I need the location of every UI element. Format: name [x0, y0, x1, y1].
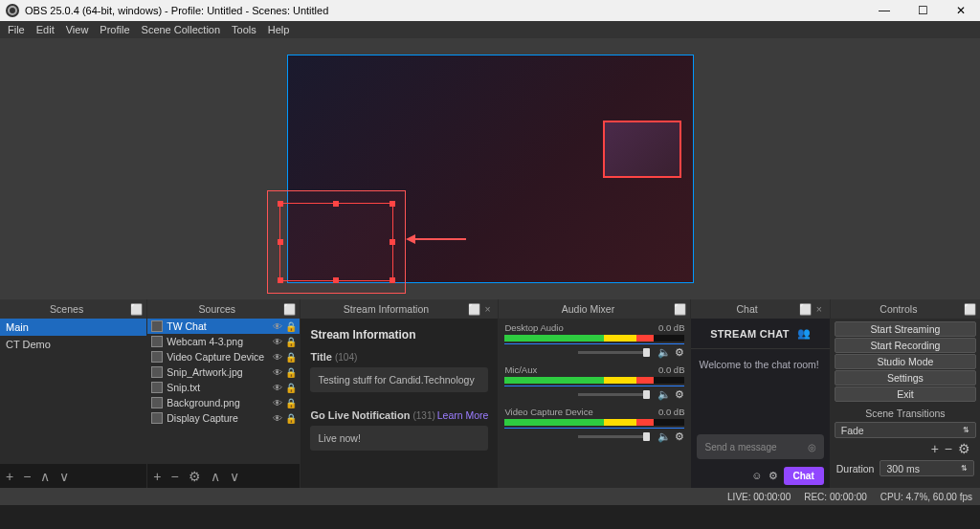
panel-float-icon[interactable]: ⬜	[963, 303, 976, 316]
source-item[interactable]: Snip.txt👁🔒	[147, 380, 300, 395]
lock-toggle-icon[interactable]: 🔒	[285, 352, 296, 363]
panel-float-icon[interactable]: ⬜	[673, 303, 686, 316]
source-item[interactable]: Background.png👁🔒	[147, 395, 300, 410]
panel-close-icon[interactable]: ×	[480, 303, 494, 315]
chat-send-button[interactable]: Chat	[784, 467, 824, 485]
lock-toggle-icon[interactable]: 🔒	[285, 413, 296, 424]
go-live-label: Go Live Notification	[310, 409, 410, 421]
volume-slider[interactable]	[578, 435, 650, 438]
menu-profile[interactable]: Profile	[100, 24, 129, 35]
bits-icon[interactable]: ☺	[751, 470, 762, 481]
selected-source-bounds[interactable]	[279, 203, 393, 281]
window-maximize-button[interactable]: ☐	[903, 0, 942, 21]
start-streaming-button[interactable]: Start Streaming	[835, 321, 976, 337]
speaker-icon[interactable]: 🔈	[657, 388, 671, 401]
scene-item[interactable]: Main	[0, 319, 146, 336]
visibility-toggle-icon[interactable]: 👁	[273, 352, 283, 363]
panel-close-icon[interactable]: ×	[813, 303, 826, 315]
source-item[interactable]: Snip_Artwork.jpg👁🔒	[147, 364, 300, 380]
source-move-up-button[interactable]: ∧	[211, 469, 220, 484]
gear-icon[interactable]: ⚙	[675, 346, 684, 359]
start-recording-button[interactable]: Start Recording	[835, 338, 976, 353]
learn-more-link[interactable]: Learn More	[437, 409, 489, 421]
resize-handle[interactable]	[333, 201, 339, 207]
lock-toggle-icon[interactable]: 🔒	[285, 337, 296, 347]
visibility-toggle-icon[interactable]: 👁	[273, 337, 283, 347]
resize-handle[interactable]	[390, 201, 395, 207]
transition-settings-button[interactable]: ⚙	[958, 441, 970, 456]
window-minimize-button[interactable]: —	[865, 0, 903, 21]
webcam-source-overlay[interactable]	[603, 121, 681, 178]
settings-button[interactable]: Settings	[835, 370, 976, 386]
add-source-button[interactable]: +	[153, 469, 161, 484]
lock-toggle-icon[interactable]: 🔒	[285, 321, 296, 332]
emote-icon[interactable]: ◎	[808, 442, 816, 452]
source-item[interactable]: Webcam 4-3.png👁🔒	[147, 334, 300, 349]
visibility-toggle-icon[interactable]: 👁	[273, 383, 283, 393]
stream-title-input[interactable]: Testing stuff for Candid.Technology	[310, 367, 488, 392]
resize-handle[interactable]	[278, 201, 283, 207]
lock-toggle-icon[interactable]: 🔒	[285, 383, 296, 393]
transition-select[interactable]: Fade ⇅	[835, 422, 976, 438]
lock-toggle-icon[interactable]: 🔒	[285, 398, 296, 408]
menu-edit[interactable]: Edit	[36, 24, 55, 35]
source-item[interactable]: Display Capture👁🔒	[147, 410, 300, 426]
preview-canvas[interactable]	[287, 55, 694, 283]
add-transition-button[interactable]: +	[931, 441, 939, 456]
remove-scene-button[interactable]: −	[23, 469, 31, 484]
window-titlebar: OBS 25.0.4 (64-bit, windows) - Profile: …	[0, 0, 980, 21]
menu-help[interactable]: Help	[268, 24, 290, 35]
mixer-channel: Desktop Audio0.0 dB🔈⚙	[504, 322, 684, 359]
source-item[interactable]: TW Chat👁🔒	[147, 319, 300, 334]
scene-item[interactable]: CT Demo	[0, 336, 146, 353]
source-name: Webcam 4-3.png	[167, 336, 269, 347]
panel-float-icon[interactable]: ⬜	[467, 303, 480, 316]
chat-settings-icon[interactable]: ⚙	[768, 470, 778, 482]
window-close-button[interactable]: ✕	[942, 0, 980, 21]
volume-slider[interactable]	[578, 351, 650, 354]
scene-move-down-button[interactable]: ∨	[59, 469, 69, 484]
gear-icon[interactable]: ⚙	[675, 388, 684, 401]
gear-icon[interactable]: ⚙	[675, 430, 684, 443]
chat-message-input[interactable]: Send a message ◎	[697, 434, 823, 459]
go-live-input[interactable]: Live now!	[310, 426, 488, 451]
visibility-toggle-icon[interactable]: 👁	[273, 413, 283, 424]
source-item[interactable]: Video Capture Device👁🔒	[147, 349, 300, 364]
menu-scene-collection[interactable]: Scene Collection	[142, 24, 221, 35]
remove-transition-button[interactable]: −	[945, 441, 952, 456]
source-move-down-button[interactable]: ∨	[230, 469, 239, 484]
panel-float-icon[interactable]: ⬜	[129, 303, 143, 316]
exit-button[interactable]: Exit	[835, 386, 976, 402]
status-bar: LIVE: 00:00:00 REC: 00:00:00 CPU: 4.7%, …	[0, 488, 980, 505]
speaker-icon[interactable]: 🔈	[657, 346, 671, 359]
resize-handle[interactable]	[278, 239, 283, 245]
resize-handle[interactable]	[333, 277, 339, 283]
speaker-icon[interactable]: 🔈	[657, 430, 671, 443]
remove-source-button[interactable]: −	[170, 469, 178, 484]
source-name: Background.png	[167, 397, 269, 408]
audio-meter	[504, 377, 684, 384]
resize-handle[interactable]	[278, 277, 283, 283]
menu-view[interactable]: View	[66, 24, 89, 35]
resize-handle[interactable]	[390, 239, 395, 245]
add-scene-button[interactable]: +	[6, 469, 13, 484]
volume-slider[interactable]	[578, 393, 650, 396]
visibility-toggle-icon[interactable]: 👁	[273, 321, 283, 332]
scene-move-up-button[interactable]: ∧	[40, 469, 50, 484]
duration-label: Duration	[836, 463, 875, 474]
visibility-toggle-icon[interactable]: 👁	[273, 367, 283, 378]
studio-mode-button[interactable]: Studio Mode	[835, 354, 976, 369]
panel-float-icon[interactable]: ⬜	[282, 303, 296, 316]
menu-tools[interactable]: Tools	[232, 24, 256, 35]
visibility-toggle-icon[interactable]: 👁	[273, 398, 283, 408]
panel-float-icon[interactable]: ⬜	[799, 303, 813, 316]
menu-file[interactable]: File	[8, 24, 25, 35]
source-properties-button[interactable]: ⚙	[189, 469, 201, 484]
duration-input[interactable]: 300 ms ⇅	[880, 460, 974, 476]
controls-panel-title: Controls	[835, 303, 963, 315]
channel-db: 0.0 dB	[658, 322, 684, 333]
lock-toggle-icon[interactable]: 🔒	[285, 367, 296, 378]
users-icon[interactable]: 👥	[797, 327, 811, 340]
preview-area[interactable]	[0, 38, 980, 299]
resize-handle[interactable]	[390, 277, 395, 283]
